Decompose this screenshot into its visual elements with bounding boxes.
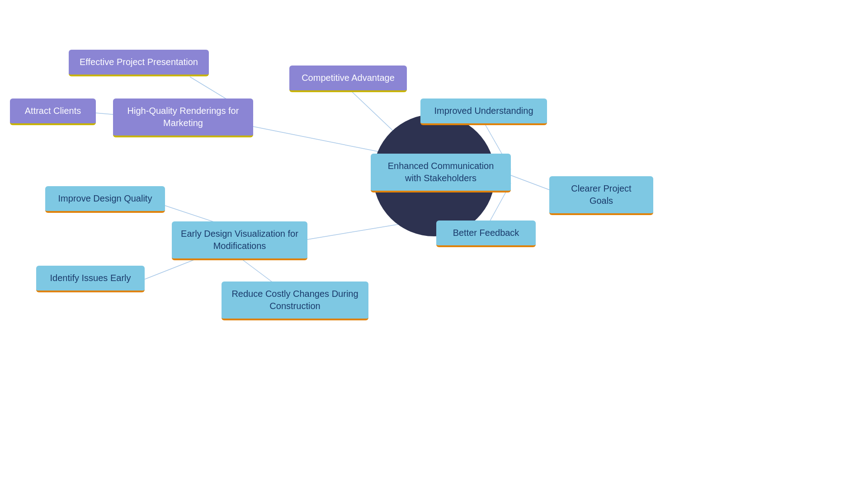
- node-improve-design-quality: Improve Design Quality: [45, 186, 165, 213]
- node-competitive-advantage: Competitive Advantage: [289, 66, 407, 92]
- node-hq-renderings: High-Quality Renderings for Marketing: [113, 99, 253, 137]
- node-reduce-costly-changes: Reduce Costly Changes During Constructio…: [222, 282, 368, 320]
- node-better-feedback: Better Feedback: [436, 221, 536, 247]
- svg-line-3: [348, 88, 393, 131]
- node-identify-issues-early: Identify Issues Early: [36, 266, 145, 292]
- svg-line-0: [253, 127, 389, 154]
- node-attract-clients: Attract Clients: [10, 99, 96, 125]
- node-clearer-project-goals: Clearer Project Goals: [549, 176, 653, 215]
- svg-line-6: [511, 175, 549, 190]
- node-effective-project-presentation: Effective Project Presentation: [69, 50, 209, 76]
- node-improved-understanding: Improved Understanding: [420, 99, 547, 125]
- node-enhanced-communication: Enhanced Communication with Stakeholders: [371, 154, 511, 192]
- node-early-design-visualization: Early Design Visualization for Modificat…: [172, 221, 307, 260]
